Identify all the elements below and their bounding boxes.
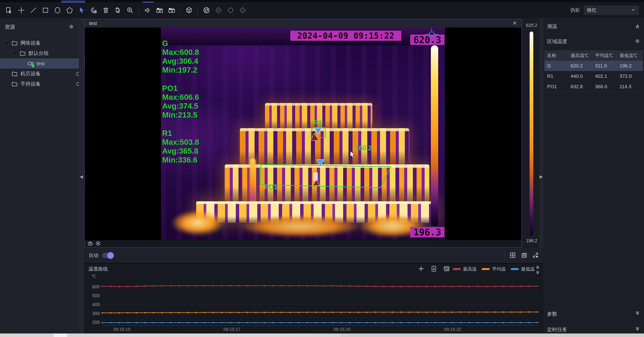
tool-folder-import-button[interactable] (155, 5, 164, 15)
grid-layout-button[interactable] (509, 252, 516, 259)
tool-target-button[interactable] (226, 5, 236, 15)
gear-icon (68, 24, 74, 30)
tool-select-area-button[interactable] (4, 5, 14, 15)
tool-line-button[interactable] (28, 5, 38, 15)
tool-delete-button[interactable] (101, 5, 111, 15)
table-row-R1[interactable]: R1440.0402.1372.0 (544, 71, 643, 82)
bottom-edge-segment (340, 334, 644, 337)
palette-label: 伪彩 (570, 7, 580, 14)
thermal-view[interactable]: G Max:600.8 Avg:306.4 Min:197.2PO1 Max:6… (85, 28, 522, 240)
sidebar-collapse-strip[interactable]: ◀ (79, 18, 84, 334)
gear-icon[interactable] (68, 24, 74, 30)
sidebar-title: 资源 (5, 24, 15, 30)
palette-select[interactable]: 铁红 (584, 5, 639, 15)
x-tick-label: 09:15:15 (113, 327, 130, 332)
svg-text:D: D (190, 10, 191, 12)
tool-target-add-button[interactable] (214, 5, 224, 15)
tool-delete-all-button[interactable] (113, 5, 123, 15)
region-temp-table: 名称最高温℃平均温℃最低温℃G620.2311.9196.2R1440.0402… (544, 50, 643, 92)
sidebar-header: 资源 (0, 22, 79, 32)
gear-icon[interactable] (634, 38, 640, 44)
video-tab-header[interactable]: test (85, 19, 522, 28)
divider (504, 252, 505, 259)
series-line-平均温 (102, 312, 538, 313)
right-panel-collapse-strip[interactable]: ▶ (539, 18, 544, 248)
close-all-icon (520, 252, 528, 259)
tool-aperture-button[interactable] (202, 5, 211, 15)
schedule-title: 定时任务 (547, 326, 567, 333)
close-all-button[interactable] (520, 252, 528, 259)
right-panel-collapse-handle[interactable]: ▶ (539, 174, 543, 179)
camera-video-icon (28, 60, 34, 67)
target-remove-icon (239, 6, 246, 14)
spot-marker (313, 172, 318, 181)
cursor-icon (78, 6, 85, 14)
toolbar-divider (180, 6, 180, 14)
chevron-down-icon (630, 8, 636, 13)
sidebar-item-网络设备[interactable]: 网络设备 (0, 38, 84, 48)
gear-icon (634, 38, 640, 44)
close-icon[interactable] (512, 20, 517, 26)
tool-polygon-button[interactable] (65, 5, 74, 15)
table-header-row: 名称最高温℃平均温℃最低温℃ (544, 50, 643, 61)
table-row-G[interactable]: G620.2311.9196.2 (544, 61, 643, 71)
colorbar-gradient (530, 32, 533, 236)
tool-audio-button[interactable] (142, 5, 152, 15)
y-tick-label: 500 (92, 293, 100, 298)
record-button[interactable] (96, 241, 101, 247)
video-tab-label: test (89, 21, 97, 26)
params-title: 参数 (547, 310, 557, 317)
fullscreen-button[interactable] (532, 252, 539, 259)
tool-clear-shapes-button[interactable] (89, 5, 98, 15)
audio-icon (144, 6, 151, 14)
chevrons-down-icon[interactable] (634, 311, 640, 317)
temperature-chart[interactable]: ℃60050040030020009:15:1509:15:1709:15:20… (84, 264, 544, 334)
table-cell: 366.0 (592, 84, 617, 90)
sidebar-item-label: 机芯设备 (20, 70, 40, 77)
delete-all-icon (114, 6, 122, 14)
bottom-window-edge (0, 334, 644, 337)
sidebar-item-机芯设备[interactable]: 机芯设备 (0, 68, 84, 79)
target-add-icon (215, 6, 222, 14)
tool-zoom-in-button[interactable] (125, 5, 135, 15)
thermometry-section-header[interactable]: 测温 (544, 21, 644, 32)
tool-folder-export-button[interactable] (167, 5, 176, 15)
table-row-PO1[interactable]: PO1632.8366.0114.3 (544, 82, 643, 92)
folder-icon (12, 70, 18, 77)
caret-spacer (21, 62, 26, 66)
caret-down-icon[interactable] (13, 51, 18, 56)
schedule-section-header[interactable]: 定时任务 (544, 324, 644, 335)
annotation-rect-R1[interactable]: R1 (310, 119, 325, 140)
video-panel: test G Max:600.8 Avg:306.4 Min:197.2PO1 … (84, 19, 522, 248)
chevrons-down-icon[interactable] (634, 326, 640, 333)
table-cell: 402.1 (592, 74, 617, 79)
params-section-header[interactable]: 参数 (544, 309, 644, 319)
auto-toggle[interactable] (102, 253, 113, 258)
table-cell: 311.9 (592, 63, 617, 68)
tool-cube-3d-button[interactable]: 3D (184, 5, 194, 15)
caret-down-icon[interactable] (5, 41, 10, 45)
tool-target-remove-button[interactable] (238, 5, 248, 15)
window-accent-block (62, 0, 85, 2)
video-controls-row: 自动 (84, 248, 544, 263)
tool-ellipse-button[interactable] (53, 5, 62, 15)
snapshot-button[interactable] (88, 240, 93, 247)
video-footer-toolbar (85, 240, 522, 247)
chevrons-down-icon (634, 326, 640, 332)
camera-icon (88, 240, 93, 246)
tool-rectangle-button[interactable] (40, 5, 50, 15)
sidebar-item-label: 默认分组 (28, 50, 49, 57)
table-cell: 196.2 (617, 63, 643, 68)
annotation-polygon-PO1[interactable]: PO1 (260, 160, 391, 191)
table-cell: G (544, 63, 568, 68)
thermometry-title: 测温 (547, 23, 557, 30)
sidebar-item-手持设备[interactable]: 手持设备 (0, 79, 84, 89)
sidebar-collapse-handle[interactable]: ◀ (80, 174, 83, 179)
tool-point-button[interactable] (16, 5, 26, 15)
sidebar-item-默认分组[interactable]: 默认分组 (0, 48, 92, 58)
chevrons-up-icon[interactable] (634, 23, 640, 30)
tool-cursor-button[interactable] (77, 5, 86, 15)
clear-shapes-icon (90, 6, 98, 14)
polygon-icon (66, 6, 73, 14)
svg-text:3: 3 (187, 10, 188, 12)
